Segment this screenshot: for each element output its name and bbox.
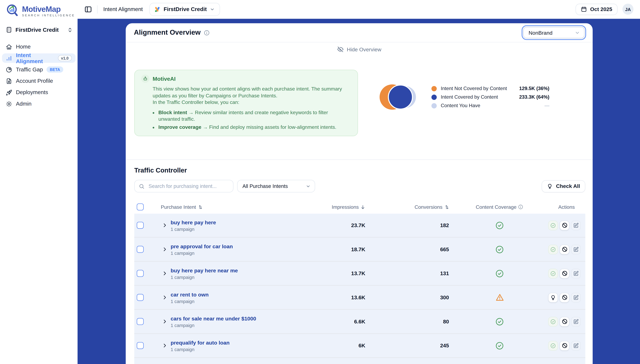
overview-body: MotiveAI This view shows how your ad con… <box>126 56 593 136</box>
edit-intent-button[interactable] <box>571 341 581 350</box>
ad-account-name: FirstDrive Credit <box>164 6 207 12</box>
bot-icon <box>141 75 149 83</box>
conversions-value: 300 <box>368 294 451 300</box>
sidebar-item-intent-alignment[interactable]: Intent Alignment v1.0 <box>2 53 76 63</box>
block-intent-button[interactable] <box>560 316 569 326</box>
circle-check-icon <box>495 245 504 254</box>
approve-intent-button[interactable] <box>548 316 558 326</box>
sidebar-nav: Home Intent Alignment v1.0 Traffic Gap <box>2 42 76 108</box>
row-checkbox[interactable] <box>137 246 144 253</box>
sort-icon <box>198 204 202 210</box>
column-content-coverage: Content Coverage <box>451 204 548 210</box>
magnifier-chart-logo-icon <box>6 4 20 18</box>
segment-select[interactable]: NonBrand <box>523 27 584 38</box>
intent-link[interactable]: prequalify for auto loan <box>171 340 230 346</box>
edit-intent-button[interactable] <box>571 220 581 230</box>
block-intent-button[interactable] <box>560 341 569 350</box>
row-checkbox[interactable] <box>137 222 144 229</box>
file-user-icon <box>6 78 12 84</box>
chevrons-up-down-icon <box>67 27 73 32</box>
table-header: Purchase Intent Impressions Conversions <box>134 200 585 214</box>
check-all-label: Check All <box>556 183 580 189</box>
intent-link[interactable]: cars for sale near me under $1000 <box>171 315 256 322</box>
venn-diagram <box>376 79 424 116</box>
motiveai-paragraph: This view shows how your ad content alig… <box>153 86 351 99</box>
intent-link[interactable]: buy here pay here <box>171 219 216 225</box>
block-intent-button[interactable] <box>560 292 569 302</box>
hide-overview-button[interactable]: Hide Overview <box>126 42 593 56</box>
hide-overview-label: Hide Overview <box>347 46 381 52</box>
block-intent-button[interactable] <box>560 244 569 254</box>
row-checkbox[interactable] <box>137 294 144 301</box>
edit-intent-button[interactable] <box>571 316 581 326</box>
approve-intent-button[interactable] <box>548 268 558 278</box>
sidebar-item-label: Home <box>16 44 31 50</box>
edit-intent-button[interactable] <box>571 268 581 278</box>
chevron-right-icon[interactable] <box>162 271 167 276</box>
select-all-checkbox[interactable] <box>137 204 144 210</box>
search-icon <box>139 183 145 189</box>
workspace-switcher[interactable]: FirstDrive Credit <box>6 26 73 33</box>
row-actions <box>548 292 585 302</box>
row-checkbox[interactable] <box>137 270 144 277</box>
circle-check-icon <box>495 269 504 278</box>
sidebar-item-label: Deployments <box>16 89 48 95</box>
sort-desc-icon <box>360 204 365 210</box>
top-bar: Intent Alignment FirstDrive Credit <box>78 0 640 19</box>
edit-intent-button[interactable] <box>571 244 581 254</box>
edit-intent-button[interactable] <box>571 292 581 302</box>
sidebar-item-home[interactable]: Home <box>2 42 76 51</box>
sidebar-item-account-profile[interactable]: Account Profile <box>2 76 76 86</box>
block-intent-button[interactable] <box>560 268 569 278</box>
approve-intent-button[interactable] <box>548 244 558 254</box>
info-icon[interactable] <box>204 30 210 36</box>
column-impressions[interactable]: Impressions <box>319 204 368 210</box>
sidebar-item-deployments[interactable]: Deployments <box>2 88 76 97</box>
motiveai-subheading: In the Traffic Controller below, you can… <box>153 99 351 106</box>
column-purchase-intent[interactable]: Purchase Intent <box>147 204 319 210</box>
coverage-status <box>451 317 548 326</box>
row-checkbox[interactable] <box>137 342 144 349</box>
date-range-button[interactable]: Oct 2025 <box>575 4 617 15</box>
legend-label: Content You Have <box>441 103 513 108</box>
user-avatar[interactable]: JA <box>622 4 633 15</box>
chevron-right-icon[interactable] <box>162 319 167 324</box>
chevron-right-icon[interactable] <box>162 343 167 348</box>
home-icon <box>6 44 12 50</box>
check-all-button[interactable]: Check All <box>542 180 585 192</box>
intent-link[interactable]: pre approval for car loan <box>171 243 233 249</box>
coverage-venn-chart: Intent Not Covered by Content 129.5K (36… <box>376 70 584 116</box>
legend-dot-covered <box>431 94 437 100</box>
calendar-icon <box>581 6 587 12</box>
row-checkbox[interactable] <box>137 318 144 325</box>
block-intent-button[interactable] <box>560 220 569 230</box>
chevron-right-icon[interactable] <box>162 247 167 252</box>
coverage-status <box>451 221 548 230</box>
sidebar-item-admin[interactable]: Admin <box>2 99 76 108</box>
sidebar-toggle-icon[interactable] <box>84 5 92 13</box>
legend-label: Intent Not Covered by Content <box>441 86 513 91</box>
beta-badge: BETA <box>47 66 63 72</box>
approve-intent-button[interactable] <box>548 220 558 230</box>
search-input[interactable] <box>148 183 229 190</box>
alignment-overview-header: Alignment Overview NonBrand <box>126 23 593 42</box>
coverage-status <box>451 293 548 302</box>
coverage-status <box>451 269 548 278</box>
sidebar-item-traffic-gap[interactable]: Traffic Gap BETA <box>2 65 76 74</box>
lightbulb-icon <box>547 183 553 189</box>
pie-chart-icon <box>6 66 12 73</box>
legend-label: Intent Covered by Content <box>441 94 513 100</box>
chevron-right-icon[interactable] <box>162 222 167 228</box>
page-title: Alignment Overview <box>134 28 201 36</box>
intent-link[interactable]: buy here pay here near me <box>171 267 238 273</box>
improve-coverage-button[interactable] <box>548 292 558 302</box>
purchase-intents-filter[interactable]: All Purchase Intents <box>237 180 315 192</box>
motiveai-bullet: Improve coverage → Find and deploy missi… <box>158 124 351 130</box>
ad-account-selector[interactable]: FirstDrive Credit <box>149 3 220 16</box>
chevron-right-icon[interactable] <box>162 295 167 300</box>
intent-link[interactable]: car rent to own <box>171 291 209 298</box>
column-conversions[interactable]: Conversions <box>368 204 451 210</box>
impressions-value: 6.6K <box>319 318 368 324</box>
approve-intent-button[interactable] <box>548 341 558 350</box>
sidebar-item-label: Account Profile <box>16 78 53 84</box>
